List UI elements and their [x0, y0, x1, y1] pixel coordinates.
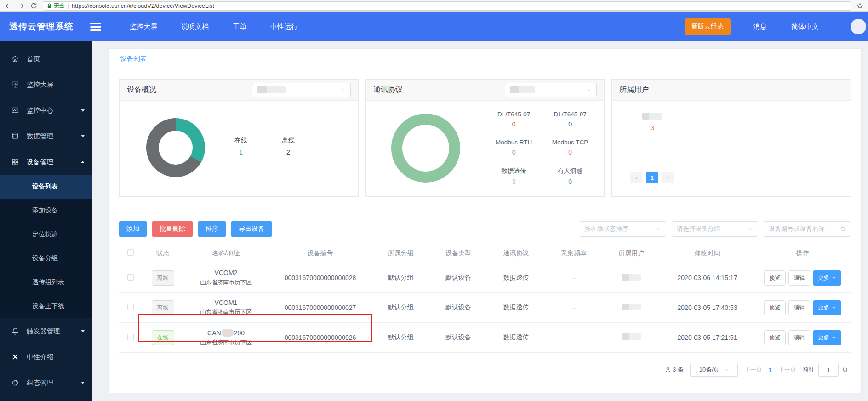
sidebar-item-trigger-management[interactable]: 触发器管理 — [0, 318, 92, 344]
add-button[interactable]: 添加 — [119, 221, 147, 237]
edit-button[interactable]: 编辑 — [788, 330, 810, 345]
sidebar-subitem-device-group[interactable]: 设备分组 — [0, 246, 92, 270]
avatar[interactable] — [851, 19, 866, 34]
chevron-down-icon — [832, 275, 836, 280]
language-button[interactable]: 简体中文 — [779, 12, 831, 41]
owner-next-page-button[interactable]: › — [662, 172, 674, 183]
menu-toggle-icon[interactable] — [90, 23, 101, 31]
col-name: 名称/地址 — [183, 249, 268, 258]
ssl-lock-icon: 安全 — [47, 2, 65, 10]
more-button[interactable]: 更多 — [813, 270, 841, 286]
address-bar[interactable]: 安全 | https://console.usr.cn/#/cloudV2/de… — [43, 1, 851, 11]
device-overview-select[interactable] — [252, 83, 351, 97]
device-owner — [603, 274, 660, 282]
current-page[interactable]: 1 — [769, 367, 772, 373]
nav-monitor-screen[interactable]: 监控大屏 — [130, 23, 157, 31]
device-type: 默认设备 — [429, 333, 487, 342]
col-owner: 所属用户 — [603, 249, 660, 258]
sidebar-subitem-passthrough-group[interactable]: 透传组列表 — [0, 270, 92, 294]
sidebar-item-data-management[interactable]: 数据管理 — [0, 123, 92, 149]
pagination-bar: 共 3 条 10条/页 上一页 1 下一页 前往 页 — [119, 363, 851, 377]
device-owner — [603, 333, 660, 342]
url-text: https://console.usr.cn/#/cloudV2/device/… — [72, 3, 214, 9]
page-size-select[interactable]: 10条/页 — [690, 363, 738, 377]
device-table: 状态 名称/地址 设备编号 所属分组 设备类型 通讯协议 采集频率 所属用户 修… — [119, 244, 851, 353]
protocol-select[interactable] — [505, 83, 597, 97]
table-row: 离线 VCOM1山东省济南市历下区 00031670000000000027 默… — [119, 293, 851, 323]
status-badge: 离线 — [152, 270, 174, 286]
bookmark-star-icon[interactable] — [857, 2, 863, 9]
device-group-select[interactable]: 请选择设备分组 — [672, 221, 758, 237]
nav-docs[interactable]: 说明文档 — [181, 23, 209, 31]
home-icon — [11, 55, 19, 63]
chevron-down-icon — [657, 227, 661, 231]
status-badge: 离线 — [152, 300, 174, 315]
sidebar-item-device-management[interactable]: 设备管理 — [0, 149, 92, 175]
goto-unit: 页 — [842, 366, 848, 374]
top-nav: 监控大屏 说明文档 工单 中性运行 — [130, 23, 298, 31]
col-modified: 修改时间 — [660, 249, 754, 258]
next-page-button[interactable]: 下一页 — [778, 366, 796, 374]
goto-label: 前往 — [803, 366, 815, 374]
sidebar-subitem-add-device[interactable]: 添加设备 — [0, 199, 92, 223]
device-id: 00031670000000000026 — [268, 334, 372, 341]
col-frequency: 采集频率 — [545, 249, 602, 258]
app-title: 透传云管理系统 — [9, 21, 74, 33]
row-checkbox[interactable] — [127, 274, 134, 281]
chevron-down-icon — [81, 135, 85, 137]
chevron-down-icon — [832, 335, 836, 340]
sidebar-item-home[interactable]: 首页 — [0, 46, 92, 72]
browser-bar: 安全 | https://console.usr.cn/#/cloudV2/de… — [0, 0, 868, 12]
owner-current-page[interactable]: 1 — [646, 172, 658, 183]
sidebar-subitem-location-track[interactable]: 定位轨迹 — [0, 223, 92, 246]
protocol-stat-value: 0 — [544, 149, 596, 156]
modified-time: 2020-03-06 14:15:17 — [660, 274, 754, 281]
row-checkbox[interactable] — [127, 334, 134, 340]
new-scada-button[interactable]: 新版云组态 — [685, 18, 731, 35]
back-icon[interactable] — [5, 2, 12, 10]
prev-page-button[interactable]: 上一页 — [744, 366, 762, 374]
puzzle-icon — [11, 378, 19, 387]
goto-page-input[interactable] — [818, 363, 839, 377]
messages-button[interactable]: 消息 — [741, 12, 779, 41]
nav-neutral-run[interactable]: 中性运行 — [270, 23, 298, 31]
search-icon — [840, 226, 846, 232]
reload-icon[interactable] — [30, 2, 37, 9]
sidebar-item-monitor-center[interactable]: 监控中心 — [0, 97, 92, 123]
row-checkbox[interactable] — [127, 304, 134, 310]
online-status-sort-select[interactable]: 按在线状态排序 — [580, 221, 666, 237]
chevron-down-icon — [748, 227, 753, 231]
total-count: 共 3 条 — [665, 366, 683, 374]
sidebar-subitem-device-list[interactable]: 设备列表 — [0, 175, 92, 199]
sidebar-item-monitor-screen[interactable]: 监控大屏 — [0, 72, 92, 97]
owner-pagination: ‹ 1 › — [630, 172, 674, 183]
device-frequency: -- — [545, 304, 602, 311]
user-avatar-wrap[interactable] — [831, 12, 868, 41]
protocol-stat: 有人烟感0 — [544, 167, 596, 185]
more-button[interactable]: 更多 — [813, 300, 841, 315]
export-devices-button[interactable]: 导出设备 — [231, 221, 272, 237]
batch-delete-button[interactable]: 批量删除 — [152, 221, 193, 237]
database-icon — [11, 132, 19, 140]
edit-button[interactable]: 编辑 — [788, 270, 810, 286]
select-all-checkbox[interactable] — [127, 249, 134, 256]
device-search-input[interactable]: 设备编号或设备名称 — [764, 221, 851, 237]
edit-button[interactable]: 编辑 — [788, 300, 810, 315]
more-button[interactable]: 更多 — [813, 330, 841, 345]
offline-stat: 离线 2 — [282, 137, 295, 156]
owner-prev-page-button[interactable]: ‹ — [630, 172, 642, 183]
device-type: 默认设备 — [429, 274, 487, 282]
preview-button[interactable]: 预览 — [764, 330, 786, 345]
chevron-down-icon — [81, 382, 85, 384]
preview-button[interactable]: 预览 — [764, 300, 786, 315]
sidebar-item-neutral-intro[interactable]: 中性介绍 — [0, 344, 92, 370]
protocol-stat-value: 3 — [488, 178, 540, 185]
forward-icon[interactable] — [17, 2, 25, 10]
sidebar-subitem-device-on-offline[interactable]: 设备上下线 — [0, 294, 92, 318]
redacted-owner — [622, 304, 641, 310]
nav-work-order[interactable]: 工单 — [233, 23, 246, 31]
sort-button[interactable]: 排序 — [198, 221, 226, 237]
tab-device-list[interactable]: 设备列表 — [109, 49, 158, 69]
preview-button[interactable]: 预览 — [764, 270, 786, 286]
sidebar-item-scada-management[interactable]: 组态管理 — [0, 370, 92, 395]
